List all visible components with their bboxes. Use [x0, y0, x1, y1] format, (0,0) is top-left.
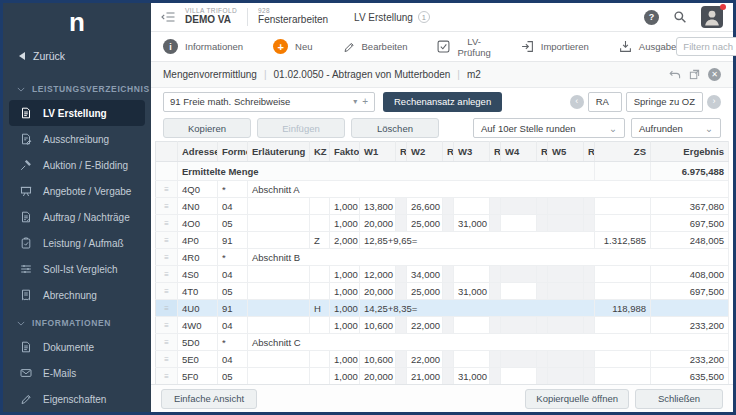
- adresse-cell[interactable]: 5D0: [178, 334, 218, 351]
- w5-cell[interactable]: [548, 215, 584, 232]
- w1-cell[interactable]: 10,600: [360, 317, 396, 334]
- informationen-button[interactable]: iInformationen: [163, 39, 243, 54]
- r2-cell[interactable]: [443, 283, 454, 300]
- formel-cell[interactable]: 91: [218, 300, 248, 317]
- w5-cell[interactable]: [548, 351, 584, 368]
- table-row[interactable]: ≡5E0041,00010,60022,000233,200: [156, 351, 729, 368]
- copy-button[interactable]: Kopieren: [163, 118, 251, 138]
- adresse-cell[interactable]: 4O0: [178, 215, 218, 232]
- r4-cell[interactable]: [537, 198, 548, 215]
- drag-handle-icon[interactable]: ≡: [156, 368, 178, 385]
- sidebar-item-soll-ist-vergleich[interactable]: Soll-Ist Vergleich: [9, 256, 145, 282]
- erlaeuterung-cell[interactable]: [248, 198, 310, 215]
- sidebar-item-dokumente[interactable]: Dokumente: [9, 334, 145, 360]
- formel-cell[interactable]: 04: [218, 266, 248, 283]
- w4-cell[interactable]: [501, 198, 537, 215]
- zs-cell[interactable]: [595, 368, 651, 385]
- col-header-r[interactable]: R: [537, 142, 548, 162]
- w3-cell[interactable]: [454, 317, 490, 334]
- r5-cell[interactable]: [584, 351, 595, 368]
- r5-cell[interactable]: [584, 266, 595, 283]
- col-header-w1[interactable]: W1: [360, 142, 396, 162]
- adresse-cell[interactable]: 4N0: [178, 198, 218, 215]
- drag-handle-icon[interactable]: ≡: [156, 351, 178, 368]
- prev-icon[interactable]: ‹: [570, 95, 584, 109]
- kz-cell[interactable]: H: [310, 300, 330, 317]
- w4-cell[interactable]: [501, 215, 537, 232]
- r3-cell[interactable]: [490, 368, 501, 385]
- w2-cell[interactable]: 25,000: [407, 283, 443, 300]
- ergebnis-cell[interactable]: 248,005: [651, 232, 729, 249]
- r4-cell[interactable]: [537, 266, 548, 283]
- drag-handle-icon[interactable]: ≡: [156, 181, 178, 198]
- table-row[interactable]: ≡4R0*Abschnitt B: [156, 249, 729, 266]
- drag-handle-icon[interactable]: ≡: [156, 317, 178, 334]
- round-select[interactable]: Auf 10er Stelle runden ⌄: [473, 118, 625, 138]
- sidebar-item-eigenschaften[interactable]: Eigenschaften: [9, 386, 145, 412]
- col-header-handle[interactable]: [156, 142, 178, 162]
- lv-prüfung-button[interactable]: LV-Prüfung: [437, 36, 490, 58]
- sidebar-section-leistungsverzeichnis[interactable]: Leistungsverzeichnis: [3, 74, 151, 100]
- sidebar-item-abrechnung[interactable]: Abrechnung: [9, 282, 145, 308]
- sidebar-section-informationen[interactable]: Informationen: [3, 308, 151, 334]
- drag-handle-icon[interactable]: ≡: [156, 334, 178, 351]
- table-row[interactable]: ≡4O0051,00020,00025,00031,000697,500: [156, 215, 729, 232]
- r2-cell[interactable]: [443, 198, 454, 215]
- drag-handle-icon[interactable]: ≡: [156, 300, 178, 317]
- erlaeuterung-cell[interactable]: [248, 283, 310, 300]
- kz-cell[interactable]: [310, 215, 330, 232]
- r1-cell[interactable]: [396, 283, 407, 300]
- faktor-cell[interactable]: 1,000: [330, 351, 360, 368]
- formula-select[interactable]: 91 Freie math. Schreibweise ▾+: [163, 92, 375, 112]
- adresse-cell[interactable]: 4Q0: [178, 181, 218, 198]
- col-header-kz[interactable]: KZ: [310, 142, 330, 162]
- w3-cell[interactable]: 31,000: [454, 283, 490, 300]
- table-row[interactable]: ≡4Q0*Abschnitt A: [156, 181, 729, 198]
- col-header-formel[interactable]: Formel: [218, 142, 248, 162]
- ergebnis-cell[interactable]: 635,500: [651, 368, 729, 385]
- adresse-cell[interactable]: 4S0: [178, 266, 218, 283]
- w1-cell[interactable]: 20,000: [360, 368, 396, 385]
- formel-cell[interactable]: *: [218, 181, 248, 198]
- r1-cell[interactable]: [396, 351, 407, 368]
- r5-cell[interactable]: [584, 317, 595, 334]
- zs-cell[interactable]: [595, 283, 651, 300]
- close-button[interactable]: Schließen: [635, 389, 723, 409]
- faktor-cell[interactable]: 1,000: [330, 198, 360, 215]
- r1-cell[interactable]: [396, 368, 407, 385]
- col-header-w4[interactable]: W4: [501, 142, 537, 162]
- ergebnis-cell[interactable]: [651, 300, 729, 317]
- w1-cell[interactable]: 20,000: [360, 215, 396, 232]
- kz-cell[interactable]: [310, 198, 330, 215]
- sidebar-item-auftrag-nachträge[interactable]: Auftrag / Nachträge: [9, 204, 145, 230]
- table-row[interactable]: ≡4N0041,00013,80026,600367,080: [156, 198, 729, 215]
- sidebar-item-leistung-aufmaß[interactable]: Leistung / Aufmaß: [9, 230, 145, 256]
- sidebar-item-lv-erstellung[interactable]: LV Erstellung: [9, 100, 145, 126]
- ergebnis-cell[interactable]: 233,200: [651, 351, 729, 368]
- r3-cell[interactable]: [490, 198, 501, 215]
- adresse-cell[interactable]: 4P0: [178, 232, 218, 249]
- w5-cell[interactable]: [548, 283, 584, 300]
- section-label-cell[interactable]: Abschnitt C: [248, 334, 729, 351]
- w2-cell[interactable]: 21,000: [407, 368, 443, 385]
- col-header-r[interactable]: R: [396, 142, 407, 162]
- kz-cell[interactable]: [310, 351, 330, 368]
- drag-handle-icon[interactable]: ≡: [156, 215, 178, 232]
- section-label-cell[interactable]: Abschnitt A: [248, 181, 729, 198]
- r3-cell[interactable]: [490, 215, 501, 232]
- r4-cell[interactable]: [537, 283, 548, 300]
- col-header-r[interactable]: R: [584, 142, 595, 162]
- col-header-faktor[interactable]: Faktor: [330, 142, 360, 162]
- zs-cell[interactable]: 1.312,585: [595, 232, 651, 249]
- close-icon[interactable]: ✕: [708, 68, 721, 81]
- tab-lv-erstellung[interactable]: LV Erstellung 1: [354, 11, 430, 23]
- user-avatar[interactable]: [701, 6, 723, 28]
- w3-cell[interactable]: 31,000: [454, 215, 490, 232]
- r4-cell[interactable]: [537, 317, 548, 334]
- formel-cell[interactable]: 04: [218, 198, 248, 215]
- faktor-cell[interactable]: 2,000: [330, 232, 360, 249]
- adresse-cell[interactable]: 4W0: [178, 317, 218, 334]
- col-header-zs[interactable]: ZS: [595, 142, 651, 162]
- kz-cell[interactable]: [310, 266, 330, 283]
- formel-cell[interactable]: *: [218, 334, 248, 351]
